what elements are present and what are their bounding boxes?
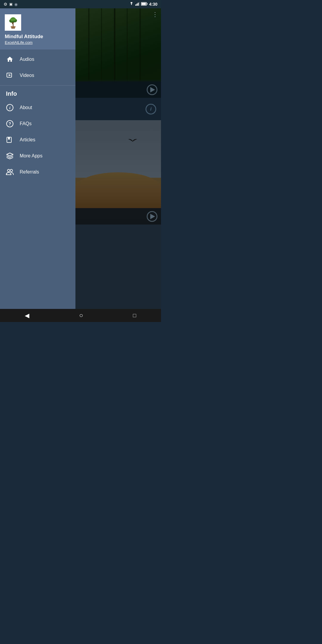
app-name: Mindful Attitude [5,34,71,40]
wifi-icon [129,2,134,7]
drawer-overlay[interactable] [75,8,161,309]
menu-item-about[interactable]: i About [0,100,75,116]
svg-rect-3 [139,2,140,6]
menu-item-articles[interactable]: Articles [0,132,75,148]
about-label: About [20,105,32,110]
recents-button[interactable]: □ [127,310,142,321]
home-icon [6,55,14,63]
menu-item-faqs[interactable]: ? FAQs [0,116,75,132]
info-section-title: Info [0,89,75,100]
drawer-header: Mindful Attitude ExcelAtLife.com [0,8,75,49]
more-apps-label: More Apps [20,153,42,159]
svg-rect-5 [147,3,147,4]
status-bar: ⚙ ▣ ◉ 4:30 [0,0,161,8]
svg-point-23 [7,169,10,172]
referrals-label: Referrals [20,169,39,175]
battery-icon [141,2,148,7]
faqs-question-icon: ? [6,120,14,128]
settings-icon: ⚙ [4,2,7,7]
svg-point-15 [13,18,16,21]
overflow-menu-button[interactable]: ⋮ [152,11,158,18]
faqs-label: FAQs [20,121,32,126]
articles-book-icon [6,136,14,144]
status-bar-left-icons: ⚙ ▣ ◉ [4,2,18,7]
info-section: Info i About ? FAQs [0,86,75,182]
svg-marker-17 [9,74,11,76]
status-bar-right-icons: 4:30 [129,2,157,7]
about-info-circle-icon: i [6,104,14,112]
back-button[interactable]: ◀ [19,309,35,321]
svg-point-24 [10,169,13,172]
videos-label: Videos [20,73,34,78]
svg-rect-0 [135,4,136,6]
svg-rect-1 [137,4,137,6]
articles-label: Articles [20,137,35,143]
more-apps-icon [6,152,14,160]
app-url[interactable]: ExcelAtLife.com [5,40,71,45]
globe-icon: ◉ [14,2,18,7]
bottom-navigation: ◀ ○ □ [0,309,161,322]
video-icon [6,72,14,79]
menu-item-referrals[interactable]: Referrals [0,164,75,180]
menu-item-more-apps[interactable]: More Apps [0,148,75,164]
signal-icon [135,2,140,7]
svg-rect-6 [141,3,146,5]
drawer-menu: Audios Videos Info i [0,49,75,309]
sim-icon: ▣ [9,2,13,6]
main-menu-section: Audios Videos [0,49,75,86]
menu-item-videos[interactable]: Videos [0,67,75,83]
app-logo [5,14,21,31]
svg-text:i: i [9,106,10,110]
time-display: 4:30 [149,2,157,7]
menu-item-audios[interactable]: Audios [0,51,75,67]
referrals-people-icon [6,168,14,176]
home-button[interactable]: ○ [73,309,89,322]
audios-label: Audios [20,57,34,62]
navigation-drawer: Mindful Attitude ExcelAtLife.com Audios [0,8,75,309]
svg-text:?: ? [9,121,11,126]
svg-marker-22 [7,153,13,156]
svg-rect-2 [138,3,139,6]
